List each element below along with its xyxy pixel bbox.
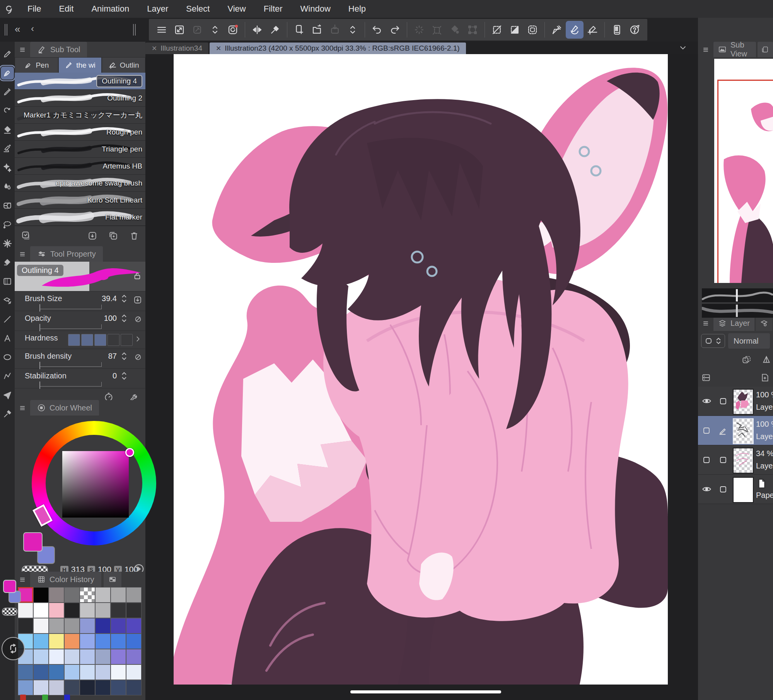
history-swatch-3[interactable] [64, 587, 80, 603]
history-swatch-37[interactable] [95, 649, 111, 664]
hardness-step-5[interactable] [121, 334, 133, 346]
tool-frame-border[interactable] [1, 199, 14, 212]
history-swatch-39[interactable] [126, 649, 142, 664]
history-swatch-52[interactable] [80, 680, 95, 695]
layer-lock-checkbox[interactable] [715, 475, 731, 504]
history-swatch-51[interactable] [64, 680, 80, 695]
tool-fill[interactable] [1, 256, 14, 269]
brush-preview[interactable]: Outlining 4 [15, 262, 145, 291]
history-swatch-27[interactable] [64, 634, 80, 649]
new-canvas-button[interactable] [290, 21, 308, 39]
dynamics-off-icon[interactable] [134, 315, 142, 324]
history-swatch-15[interactable] [126, 603, 142, 618]
menu-item-file[interactable]: File [19, 4, 50, 14]
history-swatch-6[interactable] [111, 587, 126, 603]
chevron-right-icon[interactable] [134, 335, 142, 343]
duplicate-subtool-icon[interactable] [108, 231, 118, 241]
collapse-all-icon[interactable]: « [15, 23, 20, 35]
tool-object[interactable] [1, 294, 14, 307]
green-slider-dot[interactable] [42, 695, 48, 700]
select-shrink-button[interactable] [428, 21, 446, 39]
open-file-button[interactable] [308, 21, 326, 39]
layer-row-0[interactable]: 100 %Laye [698, 387, 773, 416]
tool-pen[interactable] [1, 66, 14, 80]
subview-menu-icon[interactable] [702, 46, 710, 53]
history-swatch-22[interactable] [111, 618, 126, 634]
clip-studio-home-button[interactable] [224, 21, 242, 39]
menu-item-select[interactable]: Select [177, 4, 218, 14]
lock-icon[interactable] [133, 272, 142, 280]
register-material-button[interactable] [188, 21, 206, 39]
layer-hidden-checkbox[interactable] [698, 416, 715, 445]
transparent-color-chip[interactable] [2, 608, 17, 616]
tool-marker[interactable] [1, 85, 14, 99]
menu-item-animation[interactable]: Animation [82, 4, 138, 14]
history-swatch-28[interactable] [80, 634, 95, 649]
history-swatch-7[interactable] [126, 587, 142, 603]
selection-border-button[interactable] [524, 21, 541, 39]
fullscreen-button[interactable] [171, 21, 188, 39]
history-swatch-43[interactable] [64, 664, 80, 680]
multi-select-icon[interactable] [21, 231, 31, 241]
scale-rotate-button[interactable] [464, 21, 481, 39]
history-swatch-4[interactable] [80, 587, 95, 603]
tab-color-history[interactable]: Color History [30, 572, 101, 587]
stepper[interactable] [121, 352, 127, 360]
brush-item-5[interactable]: Artemus HB [15, 158, 145, 175]
history-swatch-19[interactable] [64, 618, 80, 634]
canvas-area[interactable] [145, 54, 698, 700]
history-swatch-55[interactable] [126, 680, 142, 695]
brush-item-2[interactable]: Marker1 カモミコミックマーカー丸 [15, 107, 145, 124]
tab-list-chevron-icon[interactable] [679, 43, 687, 52]
layer-visible-eye-icon[interactable] [698, 387, 715, 416]
tab-sub-view[interactable]: Sub View [713, 42, 756, 57]
ruler-icon[interactable] [761, 355, 771, 365]
clear-layer-button[interactable] [410, 21, 428, 39]
tool-selection-lasso[interactable] [1, 218, 14, 231]
colorwheel-menu-icon[interactable] [19, 404, 26, 412]
tool-ellipse[interactable] [1, 351, 14, 364]
hardness-step-3[interactable] [94, 334, 106, 346]
snap-to-grid-button[interactable] [584, 21, 601, 39]
history-swatch-10[interactable] [49, 603, 64, 618]
toolbar-scroll-button[interactable] [344, 21, 362, 39]
saturation-value-square[interactable] [62, 451, 129, 518]
tab-color-set[interactable] [104, 572, 121, 587]
flip-view-horizontal-button[interactable] [248, 21, 266, 39]
tab-sub-tool[interactable]: Sub Tool [30, 42, 87, 57]
blue-slider-dot[interactable] [64, 695, 70, 700]
document-tab-0[interactable]: ✕Illustration34 [145, 43, 208, 54]
tool-eraser[interactable] [1, 123, 14, 136]
deselect-button[interactable] [488, 21, 506, 39]
history-swatch-41[interactable] [33, 664, 49, 680]
collapse-icon[interactable]: ‹ [31, 23, 34, 34]
collapse-toolbar-button[interactable] [206, 21, 224, 39]
tab-color-wheel[interactable]: Color Wheel [30, 400, 99, 416]
save-file-button[interactable] [326, 21, 344, 39]
property-value[interactable]: 87 [108, 352, 117, 361]
brush-item-4[interactable]: Triangle pen [15, 141, 145, 158]
tab-clipboard[interactable] [758, 42, 773, 57]
history-swatch-42[interactable] [49, 664, 64, 680]
layer-lock-checkbox[interactable] [715, 387, 731, 416]
subtool-group-tab-pen[interactable]: Pen [15, 57, 58, 73]
history-swatch-38[interactable] [111, 649, 126, 664]
history-swatch-53[interactable] [95, 680, 111, 695]
layer-menu-icon[interactable] [702, 319, 710, 327]
tab-layer[interactable]: Layer [713, 315, 754, 331]
history-swatch-23[interactable] [126, 618, 142, 634]
clip-to-layer-icon[interactable] [741, 355, 751, 365]
snap-to-ruler-button[interactable] [548, 21, 566, 39]
tool-decoration[interactable] [1, 161, 14, 174]
layer-thumbnail[interactable] [733, 389, 754, 415]
tool-airbrush[interactable] [1, 142, 14, 155]
stepper[interactable] [121, 314, 127, 322]
menu-item-filter[interactable]: Filter [255, 4, 292, 14]
red-slider-dot[interactable] [20, 695, 26, 700]
brush-item-3[interactable]: Rough pen [15, 124, 145, 141]
history-swatch-18[interactable] [49, 618, 64, 634]
history-swatch-8[interactable] [18, 603, 33, 618]
subtool-group-tab-outlin[interactable]: Outlin [102, 57, 145, 73]
brush-item-0[interactable]: Outlining 4 [15, 73, 145, 90]
history-swatch-33[interactable] [33, 649, 49, 664]
